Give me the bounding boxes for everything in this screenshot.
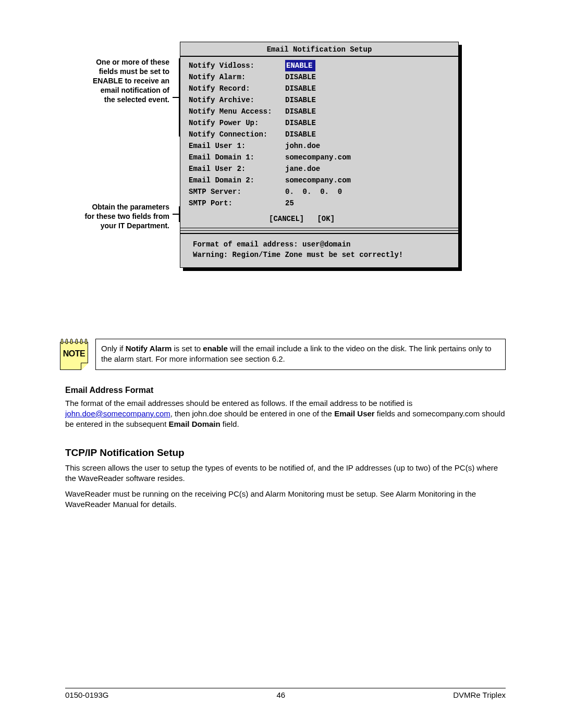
menu-row: Notify Archive:DISABLE [189,94,450,106]
menu-row-label: Notify Alarm: [189,71,285,83]
menu-row-label: Notify Archive: [189,94,285,106]
menu-footer-format: Format of email address: user@domain [193,239,450,250]
menu-row-label: Notify Connection: [189,129,285,140]
cancel-button[interactable]: [CANCEL] [269,215,304,223]
menu-row-value[interactable]: DISABLE [285,94,316,106]
menu-row-value[interactable]: somecompany.com [285,152,351,163]
footer-product: DVMRe Triplex [453,690,506,699]
menu-row: Email User 2:jane.doe [189,163,450,175]
menu-row-value[interactable]: DISABLE [285,106,316,117]
footer-docnum: 0150-0193G [65,690,108,699]
heading-tcpip-setup: TCP/IP Notification Setup [65,447,506,459]
heading-email-address-format: Email Address Format [65,386,506,395]
menu-row: SMTP Server:0. 0. 0. 0 [189,186,450,198]
menu-row: Email Domain 2:somecompany.com [189,175,450,186]
menu-row-label: Notify Vidloss: [189,60,285,71]
menu-row-value[interactable]: DISABLE [285,117,316,129]
menu-row: Email User 1:john.doe [189,140,450,152]
menu-row: Notify Connection:DISABLE [189,129,450,140]
menu-row: Email Domain 1:somecompany.com [189,152,450,163]
email-example-link[interactable]: john.doe@somecompany.com [65,409,170,418]
menu-row-value[interactable]: 25 [285,198,294,209]
menu-row: Notify Power Up:DISABLE [189,117,450,129]
menu-row: Notify Menu Access:DISABLE [189,106,450,117]
menu-row-label: Email Domain 1: [189,152,285,163]
note-icon: NOTE [60,339,88,370]
menu-row-value[interactable]: jane.doe [285,163,320,175]
page-footer: 0150-0193G 46 DVMRe Triplex [65,688,506,699]
menu-row-value[interactable]: DISABLE [285,129,316,140]
menu-row-label: Notify Menu Access: [189,106,285,117]
menu-row-value[interactable]: john.doe [285,140,320,152]
menu-row-label: Notify Power Up: [189,117,285,129]
menu-row: Notify Record:DISABLE [189,83,450,94]
menu-row-value[interactable]: DISABLE [285,83,316,94]
note-block: NOTE Only if Notify Alarm is set to enab… [60,339,506,370]
menu-row: Notify Vidloss:ENABLE [189,60,450,71]
callout-it-dept: Obtain the parameters for these two fiel… [60,202,169,230]
menu-row-label: Email Domain 2: [189,175,285,186]
para-tcpip-1: This screen allows the user to setup the… [65,463,506,484]
menu-row-label: Notify Record: [189,83,285,94]
para-email-format: The format of the email addresses should… [65,398,506,429]
note-text: Only if Notify Alarm is set to enable wi… [95,339,506,370]
menu-row-value[interactable]: 0. 0. 0. 0 [285,186,342,198]
menu-row-label: SMTP Port: [189,198,285,209]
menu-footer-warning: Warning: Region/Time Zone must be set co… [193,250,450,260]
menu-row: SMTP Port:25 [189,198,450,209]
ok-button[interactable]: [OK] [317,215,335,223]
menu-row-label: SMTP Server: [189,186,285,198]
menu-row-value[interactable]: DISABLE [285,71,316,83]
email-notification-setup-menu: Email Notification Setup Notify Vidloss:… [180,42,459,268]
para-tcpip-2: WaveReader must be running on the receiv… [65,489,506,510]
menu-row-label: Email User 2: [189,163,285,175]
menu-row: Notify Alarm:DISABLE [189,71,450,83]
footer-pagenum: 46 [276,690,285,699]
menu-row-label: Email User 1: [189,140,285,152]
menu-row-value[interactable]: ENABLE [285,60,315,71]
callout-enable-fields: One or more of these fields must be set … [60,57,169,104]
menu-screenshot: One or more of these fields must be set … [65,42,506,307]
menu-title: Email Notification Setup [180,42,458,57]
menu-row-value[interactable]: somecompany.com [285,175,351,186]
